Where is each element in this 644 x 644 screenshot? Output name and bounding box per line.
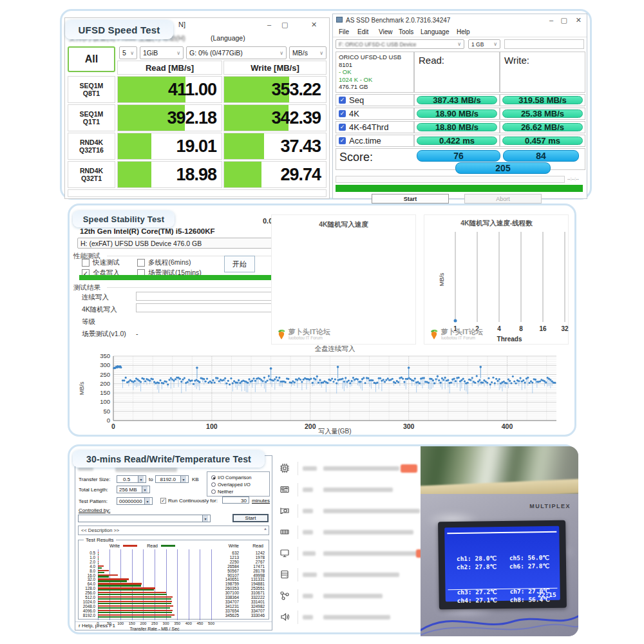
asssd-size-combo[interactable]: 1 GB∨ <box>468 39 500 49</box>
read-bar <box>98 603 171 604</box>
hardware-list <box>274 457 421 629</box>
svg-text:100: 100 <box>100 398 110 405</box>
svg-text:200: 200 <box>100 380 110 387</box>
maximize-icon[interactable]: ▢ <box>561 16 567 24</box>
radio-icon <box>211 489 216 494</box>
gridline <box>189 549 189 620</box>
gpu-icon <box>279 506 290 516</box>
read-bar <box>98 616 171 618</box>
asssd-value-cell: 387.43 MB/s <box>414 94 500 106</box>
minimize-icon[interactable]: – <box>267 21 271 28</box>
minutes-label: minutes <box>252 498 270 504</box>
hardware-row[interactable] <box>274 543 421 564</box>
menu-edit[interactable]: Edit <box>357 28 368 35</box>
write-column-header: Write <box>229 544 239 548</box>
write-bar <box>224 133 264 159</box>
total-length-combo[interactable]: 256 MB▾ <box>117 486 150 493</box>
cdm-write-cell: 37.43 <box>223 133 327 160</box>
menu-tools[interactable]: Tools <box>399 28 413 35</box>
close-icon[interactable]: ✕ <box>311 21 317 29</box>
hardware-row[interactable] <box>274 458 421 479</box>
read-bar <box>98 558 99 560</box>
minimize-icon[interactable]: – <box>549 16 553 24</box>
lcd-screen: ch1: 28.0℃ch2: 27.8℃ ch3: 27.2℃ch4: 27.1… <box>444 526 560 601</box>
asssd-device-info: ORICO UFSD-LD USB 8101 - OK 1024 K - OK … <box>336 52 414 93</box>
scene-test-value: - <box>136 330 138 337</box>
read-bar <box>98 572 104 573</box>
hw-text-blurred <box>323 530 413 535</box>
atto-start-button[interactable]: Start <box>232 514 269 522</box>
checkbox-icon[interactable]: ✓ <box>339 137 346 144</box>
radio-overlapped-io[interactable]: Overlapped I/O <box>211 482 251 488</box>
svg-text:350: 350 <box>100 352 110 359</box>
stability-start-button[interactable]: 开始 <box>224 256 255 272</box>
gridline <box>177 549 178 620</box>
hardware-row[interactable] <box>274 585 421 607</box>
description-box[interactable]: << Description >> ▲ <box>78 526 269 535</box>
divider <box>298 547 298 560</box>
divider <box>298 611 298 624</box>
transfer-from-combo[interactable]: 0.5▾ <box>117 475 146 483</box>
maximize-icon[interactable]: ▢ <box>281 21 288 29</box>
asssd-read-header-cell: Read: <box>414 52 500 93</box>
cdm-all-button[interactable]: All <box>68 46 115 72</box>
asssd-drive-combo[interactable]: F: ORICO UFSD-C USB Device∨ <box>336 39 464 49</box>
score-write: 84 <box>503 150 579 162</box>
cdm-unit-combo[interactable]: MB/s∨ <box>289 46 327 59</box>
radio-neither[interactable]: Neither <box>211 489 233 495</box>
cdm-target-combo[interactable]: G: 0% (0/477GiB)∨ <box>186 46 287 59</box>
disk-icon <box>279 569 290 580</box>
asssd-value-cell: 18.80 MB/s <box>414 121 500 133</box>
cdm-count-combo[interactable]: 5∨ <box>119 46 137 59</box>
scroll-up-icon[interactable]: ▲ <box>263 527 267 531</box>
rand-write-label: 4K随机写入 <box>82 305 117 314</box>
checkbox-icon[interactable]: ✓ <box>339 110 346 117</box>
minutes-field[interactable]: 30 <box>222 497 249 504</box>
divider <box>298 462 298 475</box>
read-bar <box>98 598 171 600</box>
menu-view[interactable]: View <box>379 28 393 35</box>
to-label: to <box>149 477 153 482</box>
hardware-row[interactable] <box>274 607 421 628</box>
asssd-start-button[interactable]: Start <box>372 194 449 204</box>
asssd-window: AS SSD Benchmark 2.0.7316.34247 – ▢ ✕ Fi… <box>332 14 587 199</box>
checkbox-quick-test[interactable]: 快速测试 <box>82 258 120 267</box>
asssd-write-header-cell: Write: <box>500 52 585 93</box>
radio-io-comparison[interactable]: I/O Comparison <box>211 475 252 480</box>
asssd-abort-button[interactable]: Abort <box>464 194 542 204</box>
cpu-icon <box>279 463 290 473</box>
svg-text:写入量(GB): 写入量(GB) <box>318 428 351 435</box>
menu-language[interactable]: Language <box>421 28 450 35</box>
controlled-by-combo[interactable]: ▾ <box>78 515 211 522</box>
test-pattern-combo[interactable]: 00000000▾ <box>117 497 153 505</box>
hardware-row[interactable] <box>274 479 421 500</box>
radio-icon <box>211 482 216 487</box>
cdm-read-cell: 18.98 <box>117 161 222 188</box>
hardware-row[interactable] <box>274 522 421 543</box>
write-bar <box>224 162 261 187</box>
transfer-to-combo[interactable]: 8192.0▾ <box>155 475 189 483</box>
asssd-value-cell: 0.457 ms <box>500 135 585 147</box>
threads-chart-svg: 4K随机写入速度-线程数12481632ThreadsMB/s <box>424 215 569 345</box>
cpu-name-text: 12th Gen Intel(R) Core(TM) i5-12600KF <box>80 227 215 235</box>
test-pattern-label: Test Pattern: <box>79 498 108 504</box>
asssd-value-cell: 0.422 ms <box>414 135 500 147</box>
checkbox-multithread[interactable]: 多线程(6mins) <box>137 258 191 267</box>
asssd-empty-box <box>504 39 584 49</box>
checkbox-icon[interactable]: ✓ <box>339 97 346 104</box>
read-bar <box>118 133 151 159</box>
hardware-row[interactable] <box>274 564 421 585</box>
close-icon[interactable]: ✕ <box>576 16 582 24</box>
hardware-row[interactable] <box>274 500 421 522</box>
chart-4k-threads: 4K随机写入速度-线程数12481632ThreadsMB/s 萝卜头IT论坛l… <box>424 214 569 345</box>
asssd-progress-bar <box>336 185 583 192</box>
cdm-menu-language[interactable]: (Language) <box>211 34 245 42</box>
lcd-line-top <box>447 531 556 534</box>
checkbox-icon[interactable]: ✓ <box>339 124 346 131</box>
menu-file[interactable]: File <box>339 28 349 35</box>
cdm-size-combo[interactable]: 1GiB∨ <box>140 46 184 59</box>
run-continuously-checkbox[interactable]: ✓ Run Continuously for: <box>160 498 218 504</box>
menu-help[interactable]: Help <box>457 28 470 35</box>
top-section-card: □■■■■■■■■■■■■ N] – ▢ ✕ 文件(F) 设置(S) Profi… <box>60 9 592 200</box>
cdm-read-cell: 411.00 <box>117 76 222 103</box>
